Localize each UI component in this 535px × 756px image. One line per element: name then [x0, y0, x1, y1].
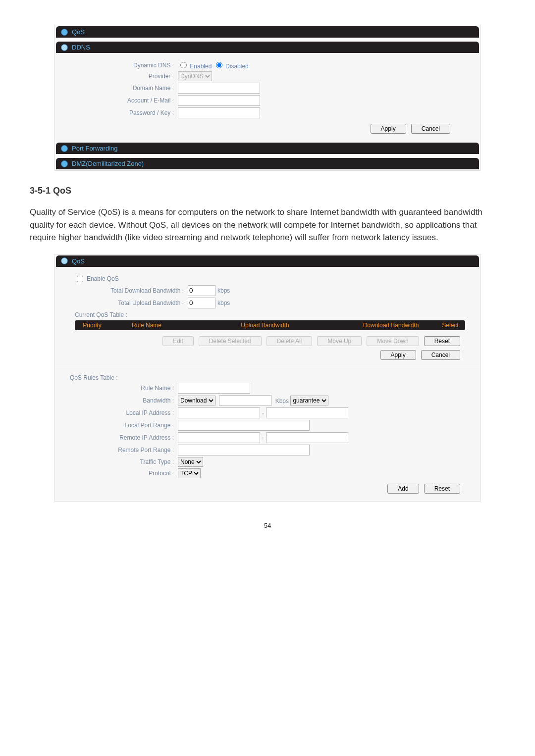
bullet-icon: [61, 257, 68, 264]
cancel-button-2[interactable]: Cancel: [421, 350, 460, 360]
kbps-label-2: kbps: [217, 300, 230, 306]
tub-label: Total Upload Bandwidth :: [75, 300, 188, 306]
acc-title-ddns: DDNS: [72, 44, 90, 51]
th-priority: Priority: [75, 320, 109, 330]
th-upload: Upload Bandwidth: [184, 320, 346, 330]
dash-icon: -: [262, 409, 264, 416]
protocol-select[interactable]: TCP: [178, 468, 201, 478]
qos-rules-body: QoS Rules Table : Rule Name : Bandwidth …: [55, 368, 480, 502]
tdb-label: Total Download Bandwidth :: [75, 287, 188, 294]
qos-body: Enable QoS Total Download Bandwidth : kb…: [55, 267, 480, 368]
ddns-panel: QoS DDNS Dynamic DNS : Enabled Disabled …: [54, 25, 481, 171]
bullet-icon: [61, 29, 68, 36]
page-number: 54: [30, 512, 505, 539]
acc-header-portfwd[interactable]: Port Forwarding: [56, 143, 479, 154]
body-paragraph: Quality of Service (QoS) is a means for …: [30, 206, 505, 244]
local-ip-label: Local IP Address :: [70, 409, 178, 416]
bandwidth-value-input[interactable]: [219, 395, 271, 406]
password-label: Password / Key :: [70, 109, 178, 116]
ddns-body: Dynamic DNS : Enabled Disabled Provider …: [55, 53, 480, 142]
current-table-label: Current QoS Table :: [75, 311, 465, 318]
edit-button[interactable]: Edit: [162, 336, 194, 346]
cancel-button[interactable]: Cancel: [411, 124, 450, 134]
protocol-label: Protocol :: [70, 470, 178, 477]
password-input[interactable]: [178, 107, 260, 118]
kbps-label-3: Kbps: [275, 397, 289, 404]
remote-port-input[interactable]: [178, 445, 310, 455]
acc-title-dmz: DMZ(Demilitarized Zone): [72, 160, 144, 167]
acc-header-dmz[interactable]: DMZ(Demilitarized Zone): [56, 158, 479, 169]
acc-header-ddns[interactable]: DDNS: [56, 42, 479, 53]
dash-icon: -: [262, 434, 264, 441]
bandwidth-label: Bandwidth :: [70, 397, 178, 404]
bullet-icon: [61, 44, 68, 51]
rules-table-label: QoS Rules Table :: [70, 374, 465, 381]
enable-qos-checkbox[interactable]: [77, 276, 83, 282]
rule-name-label: Rule Name :: [70, 385, 178, 392]
account-label: Account / E-Mail :: [70, 97, 178, 104]
add-button[interactable]: Add: [387, 484, 419, 494]
acc-header-qos[interactable]: QoS: [56, 26, 479, 38]
local-ip-start-input[interactable]: [178, 407, 260, 418]
local-ip-end-input[interactable]: [266, 407, 348, 418]
acc-title-qos2: QoS: [72, 257, 85, 265]
domain-name-input[interactable]: [178, 83, 260, 94]
bandwidth-dir-select[interactable]: Download: [178, 396, 215, 405]
remote-ip-label: Remote IP Address :: [70, 434, 178, 441]
th-download: Download Bandwidth: [346, 320, 435, 330]
delete-selected-button[interactable]: Delete Selected: [199, 336, 262, 346]
remote-ip-start-input[interactable]: [178, 432, 260, 443]
acc-title-portfwd: Port Forwarding: [72, 145, 117, 152]
move-down-button[interactable]: Move Down: [367, 336, 419, 346]
qos-table-header: Priority Rule Name Upload Bandwidth Down…: [75, 320, 465, 330]
reset-button[interactable]: Reset: [424, 336, 460, 346]
delete-all-button[interactable]: Delete All: [267, 336, 313, 346]
th-rule: Rule Name: [109, 320, 184, 330]
reset-button-2[interactable]: Reset: [424, 484, 460, 494]
tub-input[interactable]: [188, 298, 215, 308]
dynamic-dns-disabled-radio[interactable]: [216, 62, 222, 68]
disabled-label: Disabled: [225, 63, 249, 70]
bandwidth-mode-select[interactable]: guarantee: [290, 396, 328, 405]
enabled-label: Enabled: [190, 63, 212, 70]
apply-button[interactable]: Apply: [371, 124, 406, 134]
provider-select[interactable]: DynDNS: [178, 71, 212, 81]
provider-label: Provider :: [70, 73, 178, 80]
qos-panel: QoS Enable QoS Total Download Bandwidth …: [54, 254, 481, 502]
bullet-icon: [61, 160, 68, 167]
traffic-type-label: Traffic Type :: [70, 458, 178, 465]
bullet-icon: [61, 145, 68, 152]
enable-qos-label: Enable QoS: [87, 275, 119, 282]
account-input[interactable]: [178, 95, 260, 106]
apply-button-2[interactable]: Apply: [380, 350, 416, 360]
dynamic-dns-label: Dynamic DNS :: [70, 62, 178, 69]
acc-title-qos: QoS: [72, 28, 85, 36]
tdb-input[interactable]: [188, 285, 215, 296]
kbps-label: kbps: [217, 287, 230, 294]
section-heading: 3-5-1 QoS: [30, 186, 505, 196]
move-up-button[interactable]: Move Up: [317, 336, 362, 346]
local-port-input[interactable]: [178, 420, 310, 431]
dynamic-dns-enabled-radio[interactable]: [180, 62, 187, 68]
rule-name-input[interactable]: [178, 383, 250, 394]
local-port-label: Local Port Range :: [70, 422, 178, 429]
acc-header-qos2[interactable]: QoS: [56, 255, 479, 267]
traffic-type-select[interactable]: None: [178, 457, 203, 467]
domain-name-label: Domain Name :: [70, 85, 178, 92]
th-select: Select: [435, 320, 465, 330]
remote-port-label: Remote Port Range :: [70, 447, 178, 454]
remote-ip-end-input[interactable]: [266, 432, 348, 443]
